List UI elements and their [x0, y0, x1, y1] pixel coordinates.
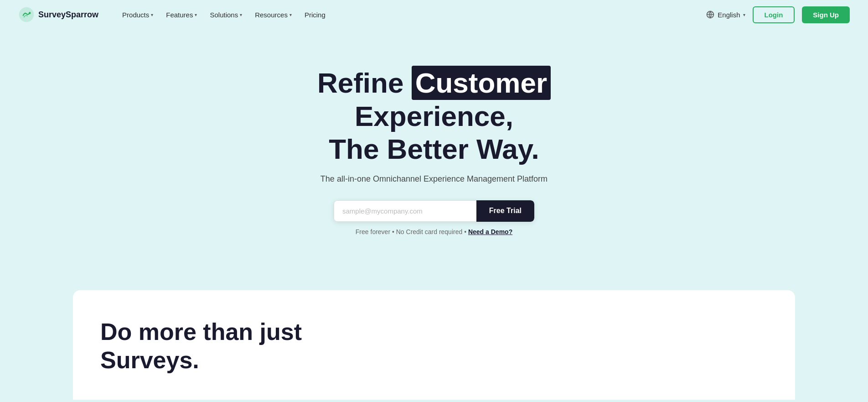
free-trial-button[interactable]: Free Trial [476, 200, 534, 222]
svg-point-0 [19, 7, 34, 22]
nav-links: Products ▾ Features ▾ Solutions ▾ Resour… [117, 7, 706, 22]
nav-products[interactable]: Products ▾ [117, 7, 159, 22]
hero-subtitle: The all-in-one Omnichannel Experience Ma… [320, 174, 548, 184]
need-demo-link[interactable]: Need a Demo? [468, 228, 512, 235]
email-input[interactable] [334, 200, 476, 222]
hero-note: Free forever • No Credit card required •… [356, 228, 512, 235]
chevron-down-icon: ▾ [289, 12, 292, 17]
logo-icon [18, 6, 35, 23]
signup-button[interactable]: Sign Up [802, 6, 850, 23]
hero-title: Refine Customer Experience, The Better W… [256, 66, 612, 165]
chevron-down-icon: ▾ [195, 12, 197, 17]
svg-point-1 [29, 12, 31, 14]
bottom-section: Do more than just Surveys. [73, 290, 795, 400]
logo-text: SurveySparrow [38, 10, 98, 20]
chevron-down-icon: ▾ [240, 12, 242, 17]
chevron-down-icon: ▾ [151, 12, 153, 17]
login-button[interactable]: Login [753, 6, 795, 23]
navbar: SurveySparrow Products ▾ Features ▾ Solu… [0, 0, 868, 29]
logo[interactable]: SurveySparrow [18, 6, 98, 23]
nav-resources[interactable]: Resources ▾ [249, 7, 297, 22]
bottom-title: Do more than just Surveys. [100, 318, 328, 375]
nav-pricing[interactable]: Pricing [299, 7, 331, 22]
chevron-down-icon: ▾ [743, 12, 745, 17]
language-selector[interactable]: English ▾ [706, 10, 745, 19]
hero-section: Refine Customer Experience, The Better W… [0, 29, 868, 290]
nav-right: English ▾ Login Sign Up [706, 6, 850, 23]
globe-icon [706, 10, 715, 19]
nav-features[interactable]: Features ▾ [160, 7, 202, 22]
email-form: Free Trial [334, 200, 534, 222]
nav-solutions[interactable]: Solutions ▾ [204, 7, 248, 22]
